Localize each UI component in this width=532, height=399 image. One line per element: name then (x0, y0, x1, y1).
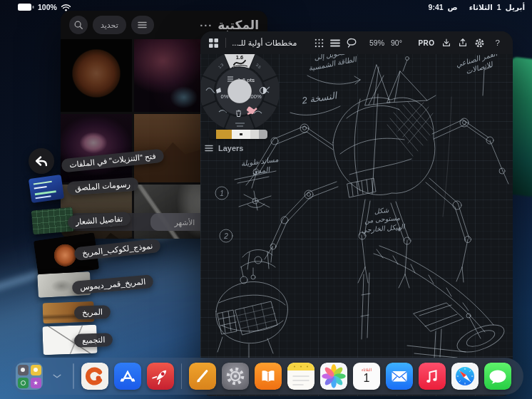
dock-icon-mail[interactable] (386, 363, 413, 390)
photo-thumb-orion-nebula[interactable] (61, 114, 132, 182)
layers-toggle-button[interactable] (330, 36, 340, 49)
dock-icon-messages[interactable] (484, 363, 511, 390)
dock: ★الثلاثاء1 (10, 358, 523, 395)
pro-badge[interactable]: PRO (418, 39, 434, 47)
dock-icon-rocket[interactable] (147, 363, 174, 390)
active-size-label: 1.6 (236, 54, 243, 61)
menu-lines-icon (138, 21, 147, 28)
dock-icon-concepts[interactable] (81, 363, 108, 390)
dock-icon-settings[interactable] (222, 363, 249, 390)
dock-suggested-apps[interactable]: ★ (16, 363, 43, 390)
tool-wheel[interactable]: 1.6 1.3 3.5 1.6 pts 0% 100% (200, 50, 280, 137)
dock-divider (181, 363, 183, 389)
import-icon (441, 38, 451, 48)
gallery-squares-icon (209, 38, 218, 48)
dock-icon-calendar[interactable]: الثلاثاء1 (353, 363, 380, 390)
back-arrow-button[interactable] (29, 148, 54, 174)
poster-thumbnail[interactable] (29, 175, 64, 203)
battery-icon (17, 3, 34, 11)
page-title: المكتبة (218, 18, 259, 33)
status-time: 9:41 (429, 3, 444, 11)
status-day: 1 (497, 3, 501, 11)
status-weekday: الثلاثاء (469, 3, 493, 11)
mini-app-icon[interactable] (18, 378, 29, 388)
dock-divider (73, 363, 74, 389)
stacked-lines-icon (330, 39, 340, 47)
dots-grid-icon (314, 38, 324, 48)
search-button[interactable] (69, 16, 88, 34)
dock-icon-app-store[interactable] (114, 363, 141, 390)
color-swatch-gray[interactable] (259, 130, 267, 139)
import-button[interactable] (441, 36, 451, 49)
status-left: 100% (17, 3, 71, 11)
color-swatch-gold[interactable] (216, 130, 232, 139)
photo-thumb-mars-globe[interactable] (61, 39, 132, 112)
mini-app-icon[interactable] (31, 365, 41, 375)
color-swatch-dark[interactable] (209, 130, 216, 139)
status-month: أبريل (506, 3, 525, 11)
shelf-label[interactable]: المريخ (74, 305, 111, 320)
toolbar-divider (225, 38, 226, 48)
settings-button[interactable] (474, 36, 485, 49)
dock-icon-pen[interactable] (189, 363, 216, 390)
concepts-window: 1 2 التحويل إلى الطاقة الشمسية القمر الص… (200, 31, 513, 396)
dock-icon-notes[interactable] (287, 363, 314, 390)
dock-icon-music[interactable] (419, 363, 446, 390)
photo-grid (61, 39, 203, 239)
gallery-button[interactable] (209, 36, 219, 49)
color-swatch-white-selected[interactable] (232, 130, 250, 139)
mini-app-icon[interactable]: ★ (31, 378, 41, 388)
share-icon (458, 38, 468, 48)
grid-settings-button[interactable] (314, 36, 324, 49)
rotation-angle[interactable]: 90° (391, 38, 402, 47)
selection-tool-button[interactable] (347, 36, 357, 49)
wifi-icon (61, 4, 71, 11)
shelf-label[interactable]: التجميع (74, 333, 113, 348)
battery-percent: 100% (38, 3, 57, 11)
gear-icon (474, 38, 485, 48)
dock-icon-safari[interactable] (451, 363, 479, 390)
document-title[interactable]: مخططات أولية للـ... (232, 38, 297, 48)
layers-panel-header[interactable]: Layers (205, 144, 243, 152)
color-palette-bar[interactable] (209, 130, 267, 139)
photo-thumb-mars-terrain[interactable] (134, 114, 203, 182)
dock-chevron-down-icon[interactable] (48, 363, 66, 390)
layers-label: Layers (218, 144, 243, 152)
dock-icon-books[interactable] (255, 363, 282, 390)
status-clock: 9:41 ص الثلاثاء 1 أبريل (429, 3, 525, 11)
color-swatch-lightgray[interactable] (250, 130, 259, 139)
zoom-level[interactable]: 59% (369, 38, 384, 47)
search-icon (73, 20, 83, 30)
photo-thumb-horsehead-nebula[interactable] (134, 39, 203, 112)
filter-button[interactable] (131, 16, 154, 34)
status-bar: 100% 9:41 ص الثلاثاء 1 أبريل (0, 0, 532, 14)
dock-icon-photos[interactable] (320, 363, 347, 390)
wheel-center-knob[interactable] (227, 79, 252, 103)
more-button[interactable]: ··· (200, 19, 213, 31)
lasso-icon (347, 38, 357, 48)
export-button[interactable] (458, 36, 468, 49)
ipad-screen: 100% 9:41 ص الثلاثاء 1 أبريل تحديد ··· ا… (0, 0, 532, 399)
concepts-toolbar: مخططات أولية للـ... 59% 90° PRO (200, 31, 513, 54)
calendar-day: 1 (364, 373, 370, 384)
select-button[interactable]: تحديد (93, 16, 126, 34)
layers-icon (205, 145, 213, 152)
back-arrow-icon (34, 153, 49, 169)
status-period: ص (448, 3, 458, 11)
help-button[interactable]: ? (491, 38, 504, 48)
mini-app-icon[interactable] (18, 365, 29, 375)
